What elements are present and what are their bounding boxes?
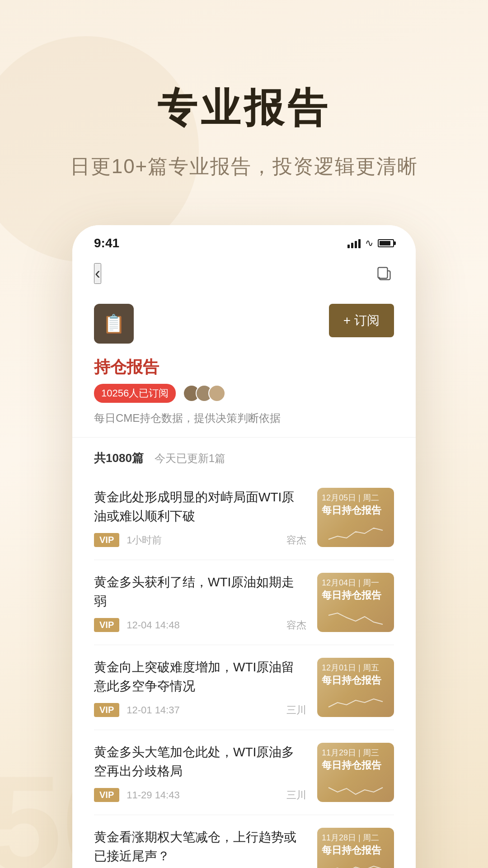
vip-badge: VIP [94,618,119,632]
status-icons: ∿ [347,237,394,249]
channel-name: 持仓报告 [94,356,394,378]
subscribe-button[interactable]: + 订阅 [329,304,394,337]
thumb-date: 11月29日 | 周三 [322,747,389,758]
article-thumbnail: 12月04日 | 周一 每日持仓报告 [317,573,394,632]
thumb-chart [321,863,390,868]
article-footer: VIP 1小时前 容杰 [94,533,306,547]
article-item[interactable]: 黄金此处形成明显的对峙局面WTI原油或难以顺利下破 VIP 1小时前 容杰 12… [94,475,394,560]
vip-badge: VIP [94,703,119,717]
article-title: 黄金向上突破难度增加，WTI原油留意此多空争夺情况 [94,658,306,696]
article-time: 12-01 14:37 [127,704,179,716]
article-body: 黄金多头获利了结，WTI原油如期走弱 VIP 12-04 14:48 容杰 [94,573,306,632]
article-title: 黄金多头获利了结，WTI原油如期走弱 [94,573,306,611]
article-footer: VIP 11-29 14:43 三川 [94,788,306,802]
thumb-date: 12月01日 | 周五 [322,662,389,673]
status-bar: 9:41 ∿ [72,225,416,256]
article-footer: VIP 12-01 14:37 三川 [94,703,306,717]
thumb-title: 每日持仓报告 [322,844,389,857]
channel-logo-icon: 📋 [103,315,125,333]
article-time: 11-29 14:43 [127,789,179,801]
wifi-icon: ∿ [365,237,373,249]
article-thumbnail: 12月05日 | 周二 每日持仓报告 [317,488,394,547]
hero-title: 专业报告 [27,81,461,135]
thumb-date: 11月28日 | 周二 [322,832,389,843]
content-area: 📋 + 订阅 持仓报告 10256人已订阅 每日CME持仓数据，提供决策判断依据 [72,293,416,868]
channel-meta: 10256人已订阅 [94,384,394,403]
article-body: 黄金向上突破难度增加，WTI原油留意此多空争夺情况 VIP 12-01 14:3… [94,658,306,717]
phone-mockup: 9:41 ∿ ‹ [72,225,416,868]
thumb-chart [321,609,390,628]
article-author: 三川 [286,703,306,717]
svg-rect-0 [378,268,388,278]
nav-bar: ‹ [72,256,416,293]
avatar [208,385,225,402]
channel-info: 持仓报告 10256人已订阅 [94,353,394,410]
article-body: 黄金看涨期权大笔减仓，上行趋势或已接近尾声？ VIP 11-28 14:51 三… [94,828,306,868]
thumb-chart [321,524,390,543]
thumb-title: 每日持仓报告 [322,589,389,602]
article-title: 黄金多头大笔加仓此处，WTI原油多空再出分歧格局 [94,743,306,781]
subscriber-badge: 10256人已订阅 [94,384,176,403]
article-item[interactable]: 黄金向上突破难度增加，WTI原油留意此多空争夺情况 VIP 12-01 14:3… [94,645,394,730]
article-thumbnail: 11月28日 | 周二 每日持仓报告 [317,828,394,868]
back-button[interactable]: ‹ [94,263,101,284]
article-body: 黄金多头大笔加仓此处，WTI原油多空再出分歧格局 VIP 11-29 14:43… [94,743,306,802]
status-time: 9:41 [94,236,119,250]
article-author: 三川 [286,788,306,802]
article-count-bar: 共1080篇 今天已更新1篇 [94,438,394,475]
channel-desc: 每日CME持仓数据，提供决策判断依据 [94,410,394,426]
article-time: 12-04 14:48 [127,619,179,631]
channel-logo: 📋 [94,304,134,344]
thumb-date: 12月04日 | 周一 [322,577,389,588]
thumb-title: 每日持仓报告 [322,504,389,517]
thumb-chart [321,778,390,798]
article-author: 容杰 [286,533,306,547]
hero-subtitle: 日更10+篇专业报告，投资逻辑更清晰 [27,153,461,180]
article-count-number: 共1080篇 [94,450,144,466]
thumb-chart [321,693,390,713]
vip-badge: VIP [94,533,119,547]
article-author: 容杰 [286,618,306,632]
article-footer: VIP 12-04 14:48 容杰 [94,618,306,632]
article-item[interactable]: 黄金多头获利了结，WTI原油如期走弱 VIP 12-04 14:48 容杰 12… [94,560,394,645]
article-body: 黄金此处形成明显的对峙局面WTI原油或难以顺利下破 VIP 1小时前 容杰 [94,488,306,547]
thumb-title: 每日持仓报告 [322,759,389,772]
battery-icon [378,239,394,247]
thumb-title: 每日持仓报告 [322,674,389,687]
article-title: 黄金看涨期权大笔减仓，上行趋势或已接近尾声？ [94,828,306,866]
share-icon [376,265,392,282]
article-item[interactable]: 黄金看涨期权大笔减仓，上行趋势或已接近尾声？ VIP 11-28 14:51 三… [94,815,394,868]
subscriber-avatars [183,385,225,402]
thumb-date: 12月05日 | 周二 [322,492,389,503]
article-item[interactable]: 黄金多头大笔加仓此处，WTI原油多空再出分歧格局 VIP 11-29 14:43… [94,730,394,815]
article-thumbnail: 12月01日 | 周五 每日持仓报告 [317,658,394,717]
channel-header: 📋 + 订阅 [94,304,394,344]
phone-wrapper: 9:41 ∿ ‹ [0,207,488,868]
vip-badge: VIP [94,788,119,802]
article-thumbnail: 11月29日 | 周三 每日持仓报告 [317,743,394,802]
today-update: 今天已更新1篇 [155,451,225,466]
hero-section: 专业报告 日更10+篇专业报告，投资逻辑更清晰 [0,0,488,207]
article-time: 1小时前 [127,533,162,547]
share-button[interactable] [374,264,394,283]
signal-icon [347,238,361,248]
article-title: 黄金此处形成明显的对峙局面WTI原油或难以顺利下破 [94,488,306,526]
